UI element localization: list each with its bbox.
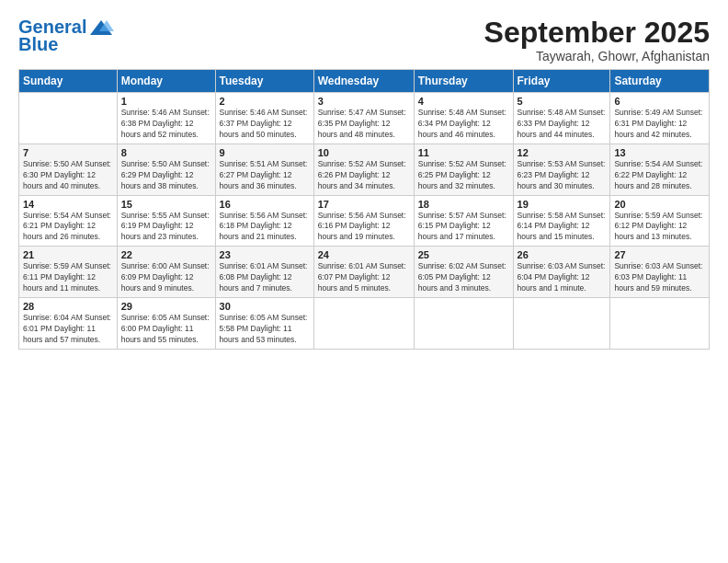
day-number: 15	[121, 199, 211, 210]
day-number: 10	[318, 147, 410, 158]
header-row: Sunday Monday Tuesday Wednesday Thursday…	[19, 70, 710, 93]
day-info: Sunrise: 5:59 AM Sunset: 6:11 PM Dayligh…	[23, 261, 113, 294]
week-row-4: 21Sunrise: 5:59 AM Sunset: 6:11 PM Dayli…	[19, 247, 710, 298]
day-info: Sunrise: 6:05 AM Sunset: 5:58 PM Dayligh…	[220, 313, 310, 346]
col-sunday: Sunday	[19, 70, 118, 93]
col-tuesday: Tuesday	[215, 70, 313, 93]
calendar-cell	[610, 297, 710, 349]
calendar-cell: 13Sunrise: 5:54 AM Sunset: 6:22 PM Dayli…	[610, 144, 710, 195]
day-number: 24	[318, 249, 410, 260]
calendar-cell: 15Sunrise: 5:55 AM Sunset: 6:19 PM Dayli…	[117, 195, 215, 247]
calendar-cell: 7Sunrise: 5:50 AM Sunset: 6:30 PM Daylig…	[19, 144, 118, 195]
calendar-cell: 21Sunrise: 5:59 AM Sunset: 6:11 PM Dayli…	[19, 247, 118, 298]
day-number: 18	[418, 199, 509, 210]
day-info: Sunrise: 5:50 AM Sunset: 6:29 PM Dayligh…	[121, 159, 211, 192]
day-number: 29	[121, 301, 211, 312]
day-number: 12	[518, 147, 607, 158]
day-number: 13	[614, 147, 705, 158]
calendar-cell: 5Sunrise: 5:48 AM Sunset: 6:33 PM Daylig…	[513, 93, 610, 144]
day-info: Sunrise: 5:50 AM Sunset: 6:30 PM Dayligh…	[23, 159, 113, 192]
calendar-cell: 30Sunrise: 6:05 AM Sunset: 5:58 PM Dayli…	[215, 297, 313, 349]
day-info: Sunrise: 5:55 AM Sunset: 6:19 PM Dayligh…	[121, 211, 211, 244]
location-title: Taywarah, Ghowr, Afghanistan	[484, 49, 710, 63]
day-info: Sunrise: 5:47 AM Sunset: 6:35 PM Dayligh…	[318, 108, 410, 141]
day-number: 20	[614, 199, 705, 210]
col-monday: Monday	[117, 70, 215, 93]
calendar-cell: 17Sunrise: 5:56 AM Sunset: 6:16 PM Dayli…	[313, 195, 414, 247]
calendar-cell: 4Sunrise: 5:48 AM Sunset: 6:34 PM Daylig…	[414, 93, 513, 144]
calendar-cell	[513, 297, 610, 349]
day-info: Sunrise: 5:54 AM Sunset: 6:21 PM Dayligh…	[23, 211, 113, 244]
calendar-cell: 12Sunrise: 5:53 AM Sunset: 6:23 PM Dayli…	[513, 144, 610, 195]
day-number: 21	[23, 249, 113, 260]
day-number: 5	[518, 96, 607, 107]
day-number: 27	[614, 249, 705, 260]
day-info: Sunrise: 5:54 AM Sunset: 6:22 PM Dayligh…	[614, 159, 705, 192]
day-info: Sunrise: 5:53 AM Sunset: 6:23 PM Dayligh…	[518, 159, 607, 192]
day-number: 8	[121, 147, 211, 158]
day-number: 23	[220, 249, 310, 260]
calendar-cell: 9Sunrise: 5:51 AM Sunset: 6:27 PM Daylig…	[215, 144, 313, 195]
logo: General Blue	[18, 17, 114, 55]
calendar-cell: 8Sunrise: 5:50 AM Sunset: 6:29 PM Daylig…	[117, 144, 215, 195]
week-row-5: 28Sunrise: 6:04 AM Sunset: 6:01 PM Dayli…	[19, 297, 710, 349]
day-info: Sunrise: 5:51 AM Sunset: 6:27 PM Dayligh…	[220, 159, 310, 192]
calendar-table: Sunday Monday Tuesday Wednesday Thursday…	[18, 69, 710, 349]
day-number: 30	[220, 301, 310, 312]
calendar-cell	[414, 297, 513, 349]
day-info: Sunrise: 6:01 AM Sunset: 6:07 PM Dayligh…	[318, 261, 410, 294]
day-info: Sunrise: 6:02 AM Sunset: 6:05 PM Dayligh…	[418, 261, 509, 294]
day-info: Sunrise: 5:56 AM Sunset: 6:18 PM Dayligh…	[220, 211, 310, 244]
day-info: Sunrise: 5:48 AM Sunset: 6:34 PM Dayligh…	[418, 108, 509, 141]
calendar-cell: 29Sunrise: 6:05 AM Sunset: 6:00 PM Dayli…	[117, 297, 215, 349]
day-number: 2	[220, 96, 310, 107]
day-number: 9	[220, 147, 310, 158]
week-row-1: 1Sunrise: 5:46 AM Sunset: 6:38 PM Daylig…	[19, 93, 710, 144]
calendar-cell: 2Sunrise: 5:46 AM Sunset: 6:37 PM Daylig…	[215, 93, 313, 144]
day-info: Sunrise: 5:52 AM Sunset: 6:25 PM Dayligh…	[418, 159, 509, 192]
calendar-cell: 10Sunrise: 5:52 AM Sunset: 6:26 PM Dayli…	[313, 144, 414, 195]
col-thursday: Thursday	[414, 70, 513, 93]
day-info: Sunrise: 6:01 AM Sunset: 6:08 PM Dayligh…	[220, 261, 310, 294]
calendar-cell: 16Sunrise: 5:56 AM Sunset: 6:18 PM Dayli…	[215, 195, 313, 247]
calendar-cell: 14Sunrise: 5:54 AM Sunset: 6:21 PM Dayli…	[19, 195, 118, 247]
calendar-cell: 18Sunrise: 5:57 AM Sunset: 6:15 PM Dayli…	[414, 195, 513, 247]
week-row-3: 14Sunrise: 5:54 AM Sunset: 6:21 PM Dayli…	[19, 195, 710, 247]
day-info: Sunrise: 5:58 AM Sunset: 6:14 PM Dayligh…	[518, 211, 607, 244]
day-number: 28	[23, 301, 113, 312]
day-info: Sunrise: 6:03 AM Sunset: 6:04 PM Dayligh…	[518, 261, 607, 294]
month-title: September 2025	[484, 17, 710, 49]
day-number: 1	[121, 96, 211, 107]
calendar-cell: 26Sunrise: 6:03 AM Sunset: 6:04 PM Dayli…	[513, 247, 610, 298]
calendar-cell	[313, 297, 414, 349]
day-number: 22	[121, 249, 211, 260]
week-row-2: 7Sunrise: 5:50 AM Sunset: 6:30 PM Daylig…	[19, 144, 710, 195]
calendar-cell: 20Sunrise: 5:59 AM Sunset: 6:12 PM Dayli…	[610, 195, 710, 247]
logo-icon	[88, 18, 114, 37]
calendar-cell: 24Sunrise: 6:01 AM Sunset: 6:07 PM Dayli…	[313, 247, 414, 298]
day-number: 11	[418, 147, 509, 158]
day-number: 19	[518, 199, 607, 210]
day-number: 3	[318, 96, 410, 107]
day-info: Sunrise: 5:48 AM Sunset: 6:33 PM Dayligh…	[518, 108, 607, 141]
day-number: 16	[220, 199, 310, 210]
day-info: Sunrise: 5:46 AM Sunset: 6:38 PM Dayligh…	[121, 108, 211, 141]
calendar-cell: 23Sunrise: 6:01 AM Sunset: 6:08 PM Dayli…	[215, 247, 313, 298]
calendar-cell: 11Sunrise: 5:52 AM Sunset: 6:25 PM Dayli…	[414, 144, 513, 195]
day-number: 26	[518, 249, 607, 260]
calendar-cell: 19Sunrise: 5:58 AM Sunset: 6:14 PM Dayli…	[513, 195, 610, 247]
day-info: Sunrise: 5:56 AM Sunset: 6:16 PM Dayligh…	[318, 211, 410, 244]
day-info: Sunrise: 5:57 AM Sunset: 6:15 PM Dayligh…	[418, 211, 509, 244]
day-info: Sunrise: 5:52 AM Sunset: 6:26 PM Dayligh…	[318, 159, 410, 192]
day-number: 14	[23, 199, 113, 210]
calendar-cell: 6Sunrise: 5:49 AM Sunset: 6:31 PM Daylig…	[610, 93, 710, 144]
col-friday: Friday	[513, 70, 610, 93]
calendar-cell: 27Sunrise: 6:03 AM Sunset: 6:03 PM Dayli…	[610, 247, 710, 298]
col-saturday: Saturday	[610, 70, 710, 93]
calendar-cell: 22Sunrise: 6:00 AM Sunset: 6:09 PM Dayli…	[117, 247, 215, 298]
col-wednesday: Wednesday	[313, 70, 414, 93]
day-info: Sunrise: 5:46 AM Sunset: 6:37 PM Dayligh…	[220, 108, 310, 141]
day-number: 25	[418, 249, 509, 260]
calendar-cell: 3Sunrise: 5:47 AM Sunset: 6:35 PM Daylig…	[313, 93, 414, 144]
day-number: 7	[23, 147, 113, 158]
